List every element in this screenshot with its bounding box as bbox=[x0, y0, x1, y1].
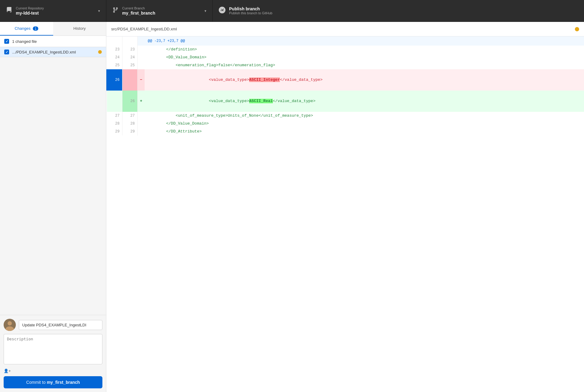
tab-history[interactable]: History bbox=[53, 22, 106, 36]
titlebar: Current Repository my-ldd-test ▾ Current… bbox=[0, 0, 584, 22]
file-list: .../PDS4_EXAMPLE_IngestLDD.xml bbox=[0, 47, 106, 315]
old-line-num: 25 bbox=[107, 61, 122, 69]
hunk-new-num bbox=[122, 36, 137, 46]
line-content: <DD_Value_Domain> bbox=[145, 53, 584, 61]
new-line-num: 28 bbox=[122, 120, 137, 128]
removed-value: ASCII_Integer bbox=[249, 77, 280, 82]
hunk-content: @@ -23,7 +23,7 @@ bbox=[145, 36, 584, 46]
old-line-num: 29 bbox=[107, 128, 122, 136]
new-line-num: 24 bbox=[122, 53, 137, 61]
sidebar: Changes 1 History 1 changed file .../PDS… bbox=[0, 22, 106, 392]
repo-name: my-ldd-test bbox=[16, 11, 94, 15]
new-line-num: 26 bbox=[122, 91, 137, 112]
table-row: 28 28 </DD_Value_Domain> bbox=[107, 120, 584, 128]
file-modified-dot bbox=[98, 50, 102, 54]
line-content: </DD_Value_Domain> bbox=[145, 120, 584, 128]
branch-name: my_first_branch bbox=[122, 11, 201, 15]
add-coauthor-icon: 👤+ bbox=[4, 369, 11, 373]
diff-filepath: src/PDS4_EXAMPLE_IngestLDD.xml bbox=[111, 27, 575, 31]
diff-table: @@ -23,7 +23,7 @@ 23 23 </definition> 24… bbox=[106, 36, 584, 136]
sidebar-tabs: Changes 1 History bbox=[0, 22, 106, 36]
main-layout: Changes 1 History 1 changed file .../PDS… bbox=[0, 22, 584, 392]
diff-modified-dot bbox=[575, 27, 579, 31]
repo-section[interactable]: Current Repository my-ldd-test ▾ bbox=[0, 0, 106, 22]
table-row-added: 26 + <value_data_type>ASCII_Real</value_… bbox=[107, 91, 584, 112]
publish-text: Publish branch Publish this branch to Gi… bbox=[229, 6, 578, 15]
diff-sign: + bbox=[137, 91, 145, 112]
description-textarea[interactable] bbox=[4, 334, 102, 364]
publish-icon bbox=[219, 7, 225, 15]
diff-sign: − bbox=[137, 69, 145, 91]
add-coauthor-button[interactable]: 👤+ bbox=[4, 369, 11, 373]
tab-changes[interactable]: Changes 1 bbox=[0, 22, 53, 36]
table-row: 23 23 </definition> bbox=[107, 46, 584, 53]
line-content: <value_data_type>ASCII_Real</value_data_… bbox=[145, 91, 584, 112]
added-value: ASCII_Real bbox=[249, 99, 273, 103]
repo-dropdown-icon[interactable]: ▾ bbox=[98, 9, 100, 13]
hunk-header-row: @@ -23,7 +23,7 @@ bbox=[107, 36, 584, 46]
svg-point-1 bbox=[8, 321, 12, 325]
tab-history-label: History bbox=[74, 26, 86, 31]
file-name: .../PDS4_EXAMPLE_IngestLDD.xml bbox=[12, 50, 95, 54]
file-checkbox[interactable] bbox=[4, 50, 9, 54]
hunk-sign bbox=[137, 36, 145, 46]
table-row: 29 29 </DD_Attribute> bbox=[107, 128, 584, 136]
repo-text: Current Repository my-ldd-test bbox=[16, 6, 94, 15]
select-all-checkbox[interactable] bbox=[4, 39, 9, 44]
changed-files-count: 1 changed file bbox=[12, 39, 37, 44]
old-line-num: 26 bbox=[107, 69, 122, 91]
new-line-num: 25 bbox=[122, 61, 137, 69]
diff-sign bbox=[137, 53, 145, 61]
publish-section[interactable]: Publish branch Publish this branch to Gi… bbox=[213, 0, 584, 22]
removed-tag-open: <value_data_type> bbox=[180, 77, 249, 82]
branch-label: Current Branch bbox=[122, 6, 201, 10]
diff-content[interactable]: @@ -23,7 +23,7 @@ 23 23 </definition> 24… bbox=[106, 36, 584, 392]
old-line-num: 23 bbox=[107, 46, 122, 53]
commit-row bbox=[4, 319, 102, 331]
avatar bbox=[4, 319, 16, 331]
table-row: 27 27 <unit_of_measure_type>Units_of_Non… bbox=[107, 112, 584, 120]
added-tag-close: </value_data_type> bbox=[273, 99, 315, 103]
new-line-num: 29 bbox=[122, 128, 137, 136]
new-line-num bbox=[122, 69, 137, 91]
diff-sign bbox=[137, 46, 145, 53]
removed-tag-close: </value_data_type> bbox=[280, 77, 322, 82]
old-line-num: 27 bbox=[107, 112, 122, 120]
publish-desc: Publish this branch to GitHub bbox=[229, 11, 578, 15]
old-line-num: 28 bbox=[107, 120, 122, 128]
publish-label: Publish branch bbox=[229, 6, 578, 11]
tab-changes-label: Changes bbox=[15, 26, 30, 31]
commit-footer: 👤+ bbox=[4, 369, 102, 373]
line-content: </DD_Attribute> bbox=[145, 128, 584, 136]
table-row: 24 24 <DD_Value_Domain> bbox=[107, 53, 584, 61]
added-tag-open: <value_data_type> bbox=[180, 99, 249, 103]
diff-area: src/PDS4_EXAMPLE_IngestLDD.xml @@ -23,7 … bbox=[106, 22, 584, 392]
branch-dropdown-icon[interactable]: ▾ bbox=[204, 9, 206, 13]
commit-branch-name: my_first_branch bbox=[47, 380, 80, 385]
line-content: </definition> bbox=[145, 46, 584, 53]
diff-sign bbox=[137, 128, 145, 136]
repo-icon bbox=[6, 7, 12, 15]
line-content: <enumeration_flag>false</enumeration_fla… bbox=[145, 61, 584, 69]
repo-label: Current Repository bbox=[16, 6, 94, 10]
new-line-num: 23 bbox=[122, 46, 137, 53]
new-line-num: 27 bbox=[122, 112, 137, 120]
commit-button[interactable]: Commit to my_first_branch bbox=[4, 376, 102, 388]
line-content: <value_data_type>ASCII_Integer</value_da… bbox=[145, 69, 584, 91]
hunk-old-num bbox=[107, 36, 122, 46]
commit-area: 👤+ Commit to my_first_branch bbox=[0, 315, 106, 392]
branch-section[interactable]: Current Branch my_first_branch ▾ bbox=[106, 0, 213, 22]
old-line-num bbox=[107, 91, 122, 112]
diff-sign bbox=[137, 120, 145, 128]
diff-sign bbox=[137, 61, 145, 69]
diff-header: src/PDS4_EXAMPLE_IngestLDD.xml bbox=[106, 22, 584, 36]
branch-text: Current Branch my_first_branch bbox=[122, 6, 201, 15]
file-item[interactable]: .../PDS4_EXAMPLE_IngestLDD.xml bbox=[0, 47, 106, 57]
old-line-num: 24 bbox=[107, 53, 122, 61]
changed-files-header: 1 changed file bbox=[0, 36, 106, 47]
line-content: <unit_of_measure_type>Units_of_None</uni… bbox=[145, 112, 584, 120]
table-row: 25 25 <enumeration_flag>false</enumerati… bbox=[107, 61, 584, 69]
table-row-removed-selected: 26 − <value_data_type>ASCII_Integer</val… bbox=[107, 69, 584, 91]
commit-message-input[interactable] bbox=[19, 320, 102, 330]
branch-icon bbox=[112, 7, 119, 15]
